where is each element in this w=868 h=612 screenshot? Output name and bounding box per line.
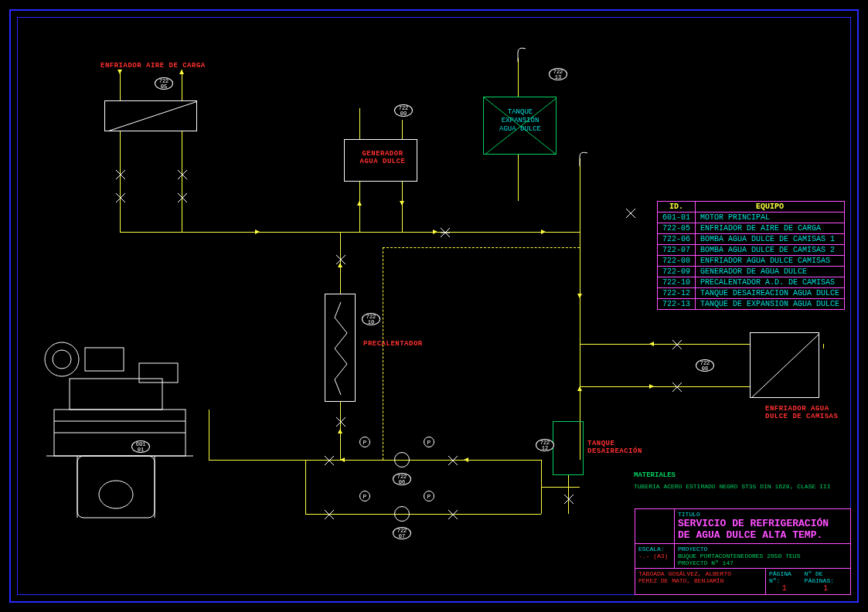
pipe [518,58,519,97]
table-row: 722-06BOMBA AGUA DULCE DE CAMISAS 1 [657,234,844,245]
label-enfriador-aire: ENFRIADOR AIRE DE CARGA [100,62,206,70]
table-cell: 722-06 [657,234,695,245]
motor-principal-symbol [31,325,209,525]
table-cell: 722-10 [657,277,695,288]
label-enfriador-camisas: ENFRIADOR AGUA DULCE DE CAMISAS [765,406,842,421]
drawing-title: SERVICIO DE REFRIGERACIÓN DE AGUA DULCE … [678,518,847,542]
pressure-indicator: P [359,437,370,447]
svg-point-5 [53,350,71,369]
tanque-desaireacion-symbol [553,421,584,475]
flow-arrow-icon [577,294,582,298]
tag-722-12: 722 12 [536,439,554,451]
table-cell: 722-09 [657,267,695,277]
pipe [209,410,209,460]
table-cell: 722-08 [657,256,695,267]
flow-arrow-icon [649,384,654,389]
autores: TABOADA GOSÁLVEZ, ALBERTO PÉREZ DE MATO,… [638,570,762,584]
table-row: 722-09GENERADOR DE AGUA DULCE [657,267,844,277]
pipe [305,514,541,515]
valve-icon [116,170,125,179]
valve-icon [441,228,450,237]
valve-icon [336,417,345,427]
enfriador-aire-symbol [104,100,197,131]
npaginas-label: Nº DE PÁGINAS: [805,570,847,584]
flow-arrow-icon [117,70,122,74]
svg-point-4 [45,342,79,376]
flow-arrow-icon [255,230,260,234]
proyecto-value: BUQUE PORTACONTENEDORES 2650 TEUS PROYEC… [678,552,847,566]
label-generador-agua: GENERADOR AGUA DULCE [352,151,414,166]
pipe [402,120,403,139]
table-row: 722-08ENFRIADOR AGUA DULCE CAMISAS [657,256,844,267]
title-block: TITULO SERVICIO DE REFRIGERACIÓN DE AGUA… [635,508,851,595]
valve-icon [672,382,682,392]
label-tanque-desaireacion: TANQUE DESAIREACIÓN [587,440,642,456]
pagina-value: 1 [769,584,800,593]
tag-722-10: 722 10 [362,313,380,325]
svg-line-14 [751,333,819,397]
pipe [518,155,519,201]
table-cell: TANQUE DE EXPANSION AGUA DULCE [695,299,844,310]
pipe [305,460,306,514]
vent-hook-icon [506,46,529,62]
svg-rect-9 [139,363,178,382]
valve-icon [116,193,125,202]
pipe-main-supply [120,232,580,233]
table-cell: GENERADOR DE AGUA DULCE [695,267,844,277]
table-row: 722-12TANQUE DESAIREACION AGUA DULCE [657,288,844,299]
flow-arrow-icon [338,429,342,434]
tag-text: 722 05 [159,78,169,90]
proyecto-label: PROYECTO [678,546,847,552]
flow-arrow-icon [179,70,184,74]
valve-icon [325,456,334,465]
table-cell: 722-12 [657,288,695,299]
valve-icon [448,456,458,465]
tag-722-06: 722 06 [393,473,411,485]
svg-point-1 [99,481,133,508]
table-cell: MOTOR PRINCIPAL [695,212,844,223]
valve-icon [178,193,187,202]
npaginas-value: 1 [805,584,847,593]
pipe [823,344,824,348]
pump-symbol [394,506,410,522]
tag-text: 722 10 [366,314,376,325]
tag-722-09: 722 09 [394,104,413,117]
tag-601-01: 601 01 [131,440,150,453]
escala-label: ESCALA: [638,546,671,552]
pipe [580,386,750,387]
titulo-label: TITULO [678,511,847,518]
pipe-dashed [383,247,580,248]
flow-arrow-icon [649,342,654,346]
pipe [120,70,121,100]
table-cell: 601-01 [657,212,695,223]
flow-arrow-icon [357,201,362,206]
equip-col-id: ID. [657,202,695,212]
escala-value: -.- (A3) [638,552,671,559]
precalentador-symbol [325,294,356,402]
tag-text: 722 13 [553,69,563,80]
table-row: 722-13TANQUE DE EXPANSION AGUA DULCE [657,299,844,310]
tag-722-13: 722 13 [549,68,567,80]
pipe [209,460,541,461]
pipe [580,158,580,460]
pipe [541,487,580,488]
pipe-dashed [383,247,383,460]
tag-text: 722 08 [700,360,710,372]
table-cell: BOMBA AGUA DULCE DE CAMISAS 1 [695,234,844,245]
flow-arrow-icon [464,457,468,462]
vent-hook-icon [568,151,591,166]
pump-symbol [394,452,410,468]
pipe [402,182,403,232]
table-cell: BOMBA AGUA DULCE DE CAMISAS 2 [695,245,844,256]
label-materiales-txt: TUBERIA ACERO ESTIRADO NEGRO ST35 DIN 16… [634,483,830,490]
flow-arrow-icon [541,230,546,234]
valve-icon [672,340,682,349]
pipe [120,131,121,232]
pipe [580,344,750,345]
label-precalentador: PRECALENTADOR [363,340,423,348]
valve-icon [626,209,635,218]
tag-722-08: 722 08 [696,359,714,372]
table-cell: 722-07 [657,245,695,256]
valve-icon [448,510,458,519]
tag-text: 722 06 [397,474,407,485]
